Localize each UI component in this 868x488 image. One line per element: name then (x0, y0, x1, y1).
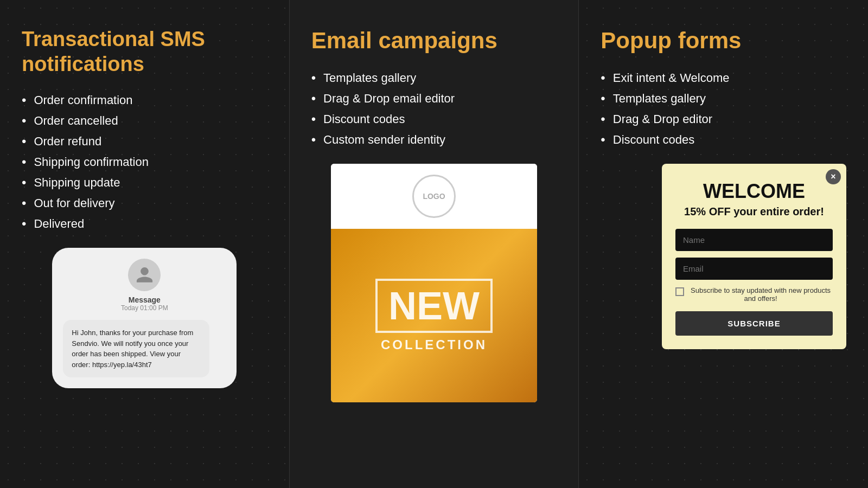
email-column: Email campaigns Templates galleryDrag & … (290, 0, 579, 488)
list-item: Drag & Drop email editor (311, 91, 557, 106)
phone-label: Message (129, 296, 161, 304)
sms-column: Transactional SMS notifications Order co… (0, 0, 290, 488)
popup-checkbox-row: Subscribe to stay updated with new produ… (675, 286, 833, 303)
popup-close-button[interactable]: × (826, 169, 841, 184)
list-item: Custom sender identity (311, 132, 557, 147)
popup-column: Popup forms Exit intent & WelcomeTemplat… (579, 0, 868, 488)
popup-bullet-list: Exit intent & WelcomeTemplates galleryDr… (601, 70, 846, 147)
popup-welcome-text: WELCOME (675, 180, 833, 203)
list-item: Delivered (22, 216, 267, 232)
list-item: Order refund (22, 134, 267, 149)
list-item: Discount codes (311, 112, 557, 127)
popup-title: Popup forms (601, 27, 846, 54)
email-image-area: NEW COLLECTION (331, 229, 537, 402)
list-item: Discount codes (601, 132, 846, 147)
list-item: Templates gallery (601, 91, 846, 106)
email-logo-area: LOGO (331, 164, 537, 229)
list-item: Templates gallery (311, 70, 557, 86)
avatar (128, 259, 161, 291)
email-new-collection-text: NEW COLLECTION (375, 279, 493, 352)
list-item: Order confirmation (22, 93, 267, 108)
sms-bubble: Hi John, thanks for your purchase from S… (63, 320, 209, 377)
phone-mockup: Message Today 01:00 PM Hi John, thanks f… (52, 248, 237, 388)
list-item: Drag & Drop editor (601, 112, 846, 127)
list-item: Exit intent & Welcome (601, 70, 846, 86)
sms-bullet-list: Order confirmationOrder cancelledOrder r… (22, 93, 267, 232)
list-item: Shipping confirmation (22, 155, 267, 170)
sms-title: Transactional SMS notifications (22, 27, 267, 76)
popup-checkbox-label: Subscribe to stay updated with new produ… (688, 286, 833, 303)
email-collection-label: COLLECTION (375, 337, 493, 352)
popup-checkbox[interactable] (675, 287, 684, 296)
popup-subscribe-button[interactable]: SUBSCRIBE (675, 311, 833, 336)
email-bullet-list: Templates galleryDrag & Drop email edito… (311, 70, 557, 147)
person-icon (135, 266, 154, 285)
popup-email-input[interactable] (675, 258, 833, 280)
email-logo: LOGO (412, 175, 456, 218)
phone-time: Today 01:00 PM (121, 304, 168, 312)
popup-name-input[interactable] (675, 229, 833, 251)
popup-mockup: × WELCOME 15% OFF your entire order! Sub… (662, 164, 846, 349)
email-preview: LOGO NEW COLLECTION (331, 164, 537, 402)
popup-offer-text: 15% OFF your entire order! (675, 206, 833, 218)
list-item: Out for delivery (22, 196, 267, 211)
list-item: Shipping update (22, 175, 267, 190)
list-item: Order cancelled (22, 113, 267, 129)
email-new-text: NEW (375, 279, 493, 333)
email-title: Email campaigns (311, 27, 557, 54)
phone-header: Message Today 01:00 PM (63, 259, 226, 312)
